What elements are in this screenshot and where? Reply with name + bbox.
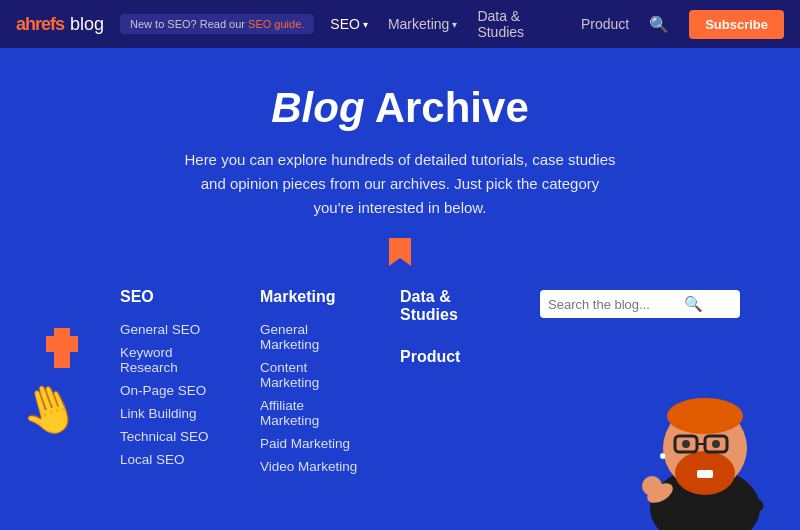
svg-point-12: [642, 476, 662, 496]
page-title: Blog Archive: [20, 84, 780, 132]
bookmark-icon: [389, 238, 411, 268]
svg-point-8: [682, 440, 690, 448]
content-marketing-link[interactable]: Content Marketing: [260, 356, 360, 394]
search-icon[interactable]: 🔍: [649, 15, 669, 34]
content-section: 🤚 SEO General SEO Keyword Research On-Pa…: [0, 268, 800, 530]
product-title: Product: [400, 348, 500, 366]
hero-section: Blog Archive Here you can explore hundre…: [0, 48, 800, 220]
pixel-heart-icon: [46, 336, 54, 344]
left-decorations: 🤚: [20, 328, 80, 438]
svg-point-14: [660, 453, 666, 459]
hand-pointer-icon: 🤚: [12, 373, 88, 446]
title-blog: Blog: [271, 84, 364, 131]
general-seo-link[interactable]: General SEO: [120, 318, 220, 341]
nav-banner: New to SEO? Read our SEO guide.: [120, 14, 314, 34]
character-svg: [610, 308, 800, 530]
logo-blog: blog: [70, 14, 104, 35]
nav-links: SEO ▾ Marketing ▾ Data & Studies Product…: [330, 8, 784, 40]
logo[interactable]: ahrefsblog: [16, 14, 104, 35]
local-seo-link[interactable]: Local SEO: [120, 448, 220, 471]
chevron-down-icon: ▾: [452, 19, 457, 30]
seo-guide-link[interactable]: SEO guide.: [248, 18, 304, 30]
svg-marker-0: [389, 238, 411, 266]
divider-area: [0, 220, 800, 268]
affiliate-marketing-link[interactable]: Affiliate Marketing: [260, 394, 360, 432]
keyword-research-link[interactable]: Keyword Research: [120, 341, 220, 379]
nav-product[interactable]: Product: [581, 16, 629, 32]
navbar: ahrefsblog New to SEO? Read our SEO guid…: [0, 0, 800, 48]
nav-seo[interactable]: SEO ▾: [330, 16, 368, 32]
seo-column: SEO General SEO Keyword Research On-Page…: [120, 288, 220, 518]
svg-rect-10: [697, 470, 713, 478]
hero-description: Here you can explore hundreds of detaile…: [180, 148, 620, 220]
svg-point-9: [712, 440, 720, 448]
data-studies-title: Data & Studies: [400, 288, 500, 324]
paid-marketing-link[interactable]: Paid Marketing: [260, 432, 360, 455]
nav-data-studies[interactable]: Data & Studies: [477, 8, 561, 40]
nav-marketing[interactable]: Marketing ▾: [388, 16, 457, 32]
logo-ahrefs: ahrefs: [16, 14, 64, 35]
svg-point-4: [667, 398, 743, 434]
chevron-down-icon: ▾: [363, 19, 368, 30]
video-marketing-link[interactable]: Video Marketing: [260, 455, 360, 478]
data-column: Data & Studies Product: [400, 288, 500, 518]
technical-seo-link[interactable]: Technical SEO: [120, 425, 220, 448]
subscribe-button[interactable]: Subscribe: [689, 10, 784, 39]
character-illustration: [610, 308, 800, 530]
general-marketing-link[interactable]: General Marketing: [260, 318, 360, 356]
seo-column-title: SEO: [120, 288, 220, 306]
on-page-seo-link[interactable]: On-Page SEO: [120, 379, 220, 402]
marketing-column-title: Marketing: [260, 288, 360, 306]
marketing-column: Marketing General Marketing Content Mark…: [260, 288, 360, 518]
title-archive-word: Archive: [375, 84, 529, 131]
link-building-link[interactable]: Link Building: [120, 402, 220, 425]
